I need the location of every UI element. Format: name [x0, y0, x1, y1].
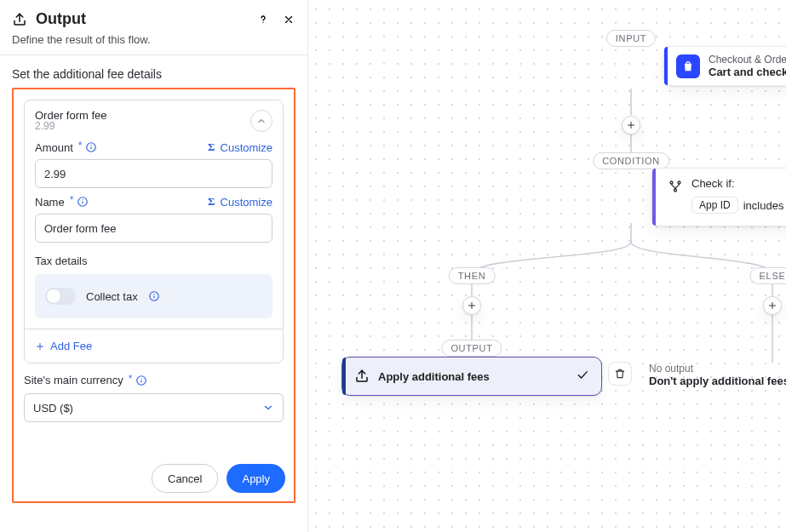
panel-header-left: Output [12, 10, 86, 28]
else-output-title: Don't apply additional fees [649, 375, 786, 387]
cancel-button-label: Cancel [168, 472, 202, 485]
flow-canvas[interactable]: INPUT Checkout & Orders Cart and checkou… [308, 0, 786, 532]
plus-icon [35, 341, 45, 352]
tax-label: Tax details [35, 255, 273, 267]
svg-point-4 [91, 145, 92, 146]
card-stripe [664, 47, 668, 85]
currency-field: Site's main currency * USD ($) [14, 363, 294, 422]
info-icon[interactable] [77, 196, 89, 208]
panel-header: Output [0, 0, 307, 31]
info-icon[interactable] [135, 375, 147, 386]
app-id-pill: App ID [691, 197, 738, 214]
close-icon[interactable] [282, 13, 295, 26]
sigma-icon: Σ [208, 195, 215, 209]
else-chip: ELSE [750, 267, 786, 284]
svg-point-13 [141, 378, 142, 379]
input-card-title: Cart and checkout data [709, 66, 786, 78]
shopping-bag-icon [676, 54, 700, 78]
apply-button-label: Apply [242, 472, 270, 485]
output-panel: Output Define the result of this flow. S… [0, 0, 308, 532]
svg-point-1 [262, 21, 263, 22]
highlighted-region: Order form fee 2.99 Amount * [12, 88, 295, 503]
delete-output-button[interactable] [608, 362, 632, 386]
chevron-up-icon [256, 116, 267, 126]
amount-field: Amount * Σ Customize [25, 140, 283, 195]
currency-label: Site's main currency [24, 374, 123, 386]
add-fee-button[interactable]: Add Fee [25, 329, 283, 363]
name-label: Name [35, 196, 65, 209]
customize-amount-text: Customize [221, 141, 273, 154]
help-icon[interactable] [256, 13, 270, 26]
fee-card-title-wrap: Order form fee 2.99 [35, 109, 107, 132]
panel-footer: Cancel Apply [152, 464, 285, 493]
output-chip: OUTPUT [441, 340, 502, 357]
then-chip: THEN [449, 267, 496, 284]
svg-point-7 [83, 199, 83, 200]
add-step-else-button[interactable] [763, 296, 782, 315]
input-card-text: Checkout & Orders Cart and checkout data [709, 54, 786, 78]
info-icon[interactable] [85, 141, 97, 153]
currency-select[interactable]: USD ($) [24, 393, 284, 422]
plus-icon [767, 300, 777, 311]
currency-value: USD ($) [33, 402, 73, 415]
output-icon [12, 12, 27, 27]
add-step-button[interactable] [622, 116, 640, 134]
name-input[interactable] [35, 214, 273, 243]
customize-amount-link[interactable]: Σ Customize [208, 140, 273, 154]
add-fee-label: Add Fee [50, 340, 92, 352]
required-mark: * [78, 140, 83, 152]
fee-card-subtitle: 2.99 [35, 120, 107, 132]
amount-input[interactable] [35, 159, 273, 188]
fee-section-title: Set the additional fee details [0, 55, 307, 88]
collapse-button[interactable] [250, 110, 273, 132]
tax-details: Tax details Collect tax [35, 255, 273, 318]
panel-title: Output [36, 10, 86, 28]
fee-card: Order form fee 2.99 Amount * [24, 100, 284, 363]
cancel-button[interactable]: Cancel [152, 464, 218, 493]
name-label-wrap: Name * [35, 196, 89, 209]
currency-label-wrap: Site's main currency * [24, 374, 284, 386]
add-step-then-button[interactable] [462, 296, 481, 315]
else-output-kicker: No output [649, 363, 786, 375]
collect-tax-box: Collect tax [35, 274, 273, 318]
name-field: Name * Σ Customize [25, 195, 283, 249]
input-card-kicker: Checkout & Orders [709, 54, 786, 66]
card-stripe [342, 358, 346, 395]
panel-header-right [256, 13, 295, 26]
svg-point-10 [153, 294, 154, 295]
input-chip: INPUT [606, 30, 656, 47]
cond-includes-only: includes only [743, 199, 786, 212]
amount-label-wrap: Amount * [35, 141, 97, 154]
sigma-icon: Σ [208, 140, 215, 154]
customize-name-link[interactable]: Σ Customize [208, 195, 273, 209]
branch-icon [668, 179, 683, 194]
else-output-card[interactable]: No output Don't apply additional fees [649, 363, 786, 387]
amount-label: Amount [35, 141, 73, 154]
condition-card[interactable]: Check if: App ID includes only selected … [651, 168, 786, 226]
plus-icon [467, 300, 477, 311]
input-card[interactable]: Checkout & Orders Cart and checkout data [663, 46, 786, 86]
collect-tax-label: Collect tax [86, 290, 138, 303]
required-mark: * [70, 194, 74, 206]
customize-name-text: Customize [221, 196, 273, 209]
info-icon[interactable] [148, 290, 160, 302]
fee-card-header: Order form fee 2.99 [25, 100, 283, 140]
condition-title: Check if: [691, 177, 786, 190]
apply-button[interactable]: Apply [227, 464, 285, 493]
trash-icon [614, 368, 626, 380]
condition-expression: App ID includes only selected items [691, 197, 786, 214]
plus-icon [626, 120, 636, 130]
panel-subtitle: Define the result of this flow. [0, 31, 307, 54]
output-card-title: Apply additional fees [378, 370, 490, 383]
required-mark: * [129, 373, 133, 385]
field-row: Amount * Σ Customize [35, 140, 273, 154]
condition-chip: CONDITION [593, 152, 669, 169]
check-icon [576, 368, 589, 385]
collect-tax-toggle[interactable] [45, 288, 76, 305]
output-card[interactable]: Apply additional fees [341, 357, 602, 396]
field-row: Name * Σ Customize [35, 195, 273, 209]
chevron-down-icon [262, 402, 274, 414]
card-stripe [652, 169, 656, 226]
output-icon [354, 369, 370, 384]
